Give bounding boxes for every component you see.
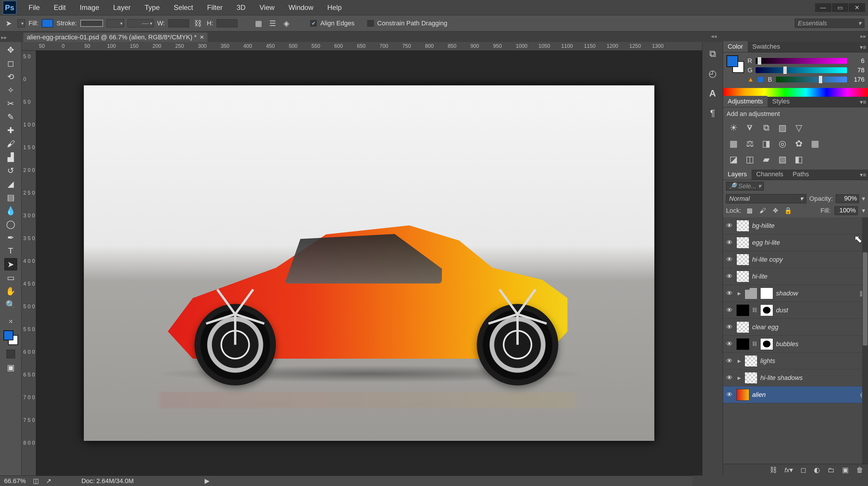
gamut-color-icon[interactable]: [758, 77, 763, 82]
fill-swatch[interactable]: [42, 19, 53, 27]
lock-transparent-icon[interactable]: ▩: [745, 206, 754, 215]
lock-all-icon[interactable]: 🔒: [784, 206, 793, 215]
status-icon-1[interactable]: ◫: [33, 477, 39, 485]
stroke-width-dd[interactable]: ▾: [106, 19, 124, 27]
marquee-tool-icon[interactable]: ◻: [4, 57, 17, 69]
layer-name[interactable]: alien: [752, 391, 766, 399]
menu-window[interactable]: Window: [281, 2, 320, 13]
menu-help[interactable]: Help: [320, 2, 349, 13]
visibility-icon[interactable]: 👁: [725, 307, 734, 314]
type-tool-icon[interactable]: T: [4, 245, 17, 257]
menu-3d[interactable]: 3D: [230, 2, 253, 13]
layer-name[interactable]: hi-lite shadows: [760, 374, 803, 382]
quick-mask-icon[interactable]: [6, 350, 15, 359]
close-tab-icon[interactable]: ✕: [200, 34, 204, 40]
menu-file[interactable]: File: [22, 2, 47, 13]
layer-thumbnail[interactable]: [737, 271, 749, 282]
path-ops-icon[interactable]: ◈: [281, 18, 292, 29]
visibility-icon[interactable]: 👁: [725, 222, 734, 230]
status-arrow-icon[interactable]: ▶: [205, 477, 210, 485]
visibility-icon[interactable]: 👁: [725, 239, 734, 247]
layer-thumbnail[interactable]: [745, 355, 757, 367]
visibility-icon[interactable]: 👁: [725, 340, 734, 348]
layer-filter-dd[interactable]: 🔎Sele...▾: [726, 182, 764, 191]
window-minimize[interactable]: —: [815, 3, 831, 12]
zoom-value[interactable]: 66.67%: [4, 477, 26, 485]
menu-edit[interactable]: Edit: [47, 2, 73, 13]
add-mask-icon[interactable]: ◻: [801, 466, 806, 474]
layer-row[interactable]: 👁bg-hilite: [723, 217, 868, 234]
curves-icon[interactable]: ⧉: [760, 122, 772, 134]
blend-mode-dd[interactable]: Normal▾: [726, 194, 806, 203]
panel-menu-icon[interactable]: ▾≡: [860, 98, 866, 106]
dock-collapse-right-icon[interactable]: ▸▸: [861, 33, 866, 39]
color-balance-icon[interactable]: ⚖: [744, 138, 756, 149]
layer-name[interactable]: hi-lite copy: [752, 256, 783, 263]
layer-row[interactable]: 👁hi-lite: [723, 268, 868, 285]
brightness-icon[interactable]: ☀: [728, 122, 739, 134]
bw-icon[interactable]: ◨: [760, 138, 772, 149]
layer-thumbnail[interactable]: [745, 288, 757, 299]
align-edges-checkbox[interactable]: ✔: [310, 20, 317, 27]
lasso-tool-icon[interactable]: ⟲: [4, 70, 17, 83]
r-value[interactable]: 6: [850, 57, 865, 65]
layer-name[interactable]: dust: [776, 307, 788, 314]
stamp-tool-icon[interactable]: ▟: [4, 151, 17, 163]
path-align-icon[interactable]: ▦: [253, 18, 264, 29]
layer-fx-icon[interactable]: fx▾: [784, 466, 793, 474]
tool-preset-dd[interactable]: ▾: [18, 19, 25, 27]
lock-pixels-icon[interactable]: 🖌: [758, 206, 767, 215]
gamut-warning-icon[interactable]: ▲: [747, 76, 754, 83]
channels-tab[interactable]: Channels: [751, 169, 788, 180]
brush-tool-icon[interactable]: 🖌: [4, 138, 17, 150]
new-group-icon[interactable]: 🗀: [828, 466, 835, 474]
document[interactable]: [84, 85, 654, 441]
visibility-icon[interactable]: 👁: [725, 357, 734, 365]
document-tab[interactable]: alien-egg-practice-01.psd @ 66.7% (alien…: [23, 33, 208, 42]
visibility-icon[interactable]: 👁: [725, 323, 734, 331]
constrain-checkbox[interactable]: [367, 20, 374, 27]
group-twist-icon[interactable]: ▸: [737, 290, 742, 297]
history-panel-icon[interactable]: ◴: [707, 67, 718, 79]
menu-select[interactable]: Select: [167, 2, 200, 13]
layer-thumbnail[interactable]: [745, 372, 757, 384]
mask-link-icon[interactable]: ⛓: [752, 341, 757, 347]
b-value[interactable]: 176: [850, 76, 865, 83]
layer-name[interactable]: bubbles: [776, 340, 799, 348]
layer-row[interactable]: 👁▸hi-lite shadows: [723, 369, 868, 387]
layers-list[interactable]: 👁bg-hilite👁egg hi-lite👁hi-lite copy👁hi-l…: [723, 217, 868, 464]
paths-tab[interactable]: Paths: [788, 169, 813, 180]
panel-menu-icon[interactable]: ▾≡: [860, 44, 866, 51]
path-arrange-icon[interactable]: ☰: [267, 18, 278, 29]
photo-filter-icon[interactable]: ◎: [777, 138, 788, 149]
channel-mixer-icon[interactable]: ✿: [793, 138, 805, 149]
layer-thumbnail[interactable]: [737, 237, 749, 249]
exposure-icon[interactable]: ▨: [777, 122, 788, 134]
new-layer-icon[interactable]: ▣: [842, 466, 849, 474]
visibility-icon[interactable]: 👁: [725, 256, 734, 263]
window-close[interactable]: ✕: [849, 3, 865, 12]
link-wh-icon[interactable]: ⛓: [193, 18, 203, 29]
layer-thumbnail[interactable]: [737, 305, 749, 316]
menu-layer[interactable]: Layer: [106, 2, 138, 13]
delete-layer-icon[interactable]: 🗑: [856, 466, 863, 474]
color-lookup-icon[interactable]: ▦: [809, 138, 821, 149]
dock-collapse-left-icon[interactable]: ◂◂: [711, 33, 717, 39]
layer-name[interactable]: lights: [760, 357, 775, 365]
menu-filter[interactable]: Filter: [200, 2, 230, 13]
fx-twist-icon[interactable]: ▸: [737, 374, 742, 382]
color-tab[interactable]: Color: [723, 41, 748, 52]
swap-colors-icon[interactable]: ⤭: [4, 315, 17, 327]
menu-image[interactable]: Image: [73, 2, 106, 13]
layers-scrollbar[interactable]: [862, 217, 868, 464]
visibility-icon[interactable]: 👁: [725, 273, 734, 280]
hue-sat-icon[interactable]: ▦: [728, 138, 739, 149]
visibility-icon[interactable]: 👁: [725, 374, 734, 382]
menu-view[interactable]: View: [253, 2, 282, 13]
vibrance-icon[interactable]: ▽: [793, 122, 805, 134]
magic-wand-tool-icon[interactable]: ✧: [4, 84, 17, 96]
height-input[interactable]: [217, 19, 238, 27]
styles-tab[interactable]: Styles: [768, 96, 794, 107]
lock-position-icon[interactable]: ✥: [771, 206, 780, 215]
gradient-map-icon[interactable]: ▧: [777, 153, 788, 165]
